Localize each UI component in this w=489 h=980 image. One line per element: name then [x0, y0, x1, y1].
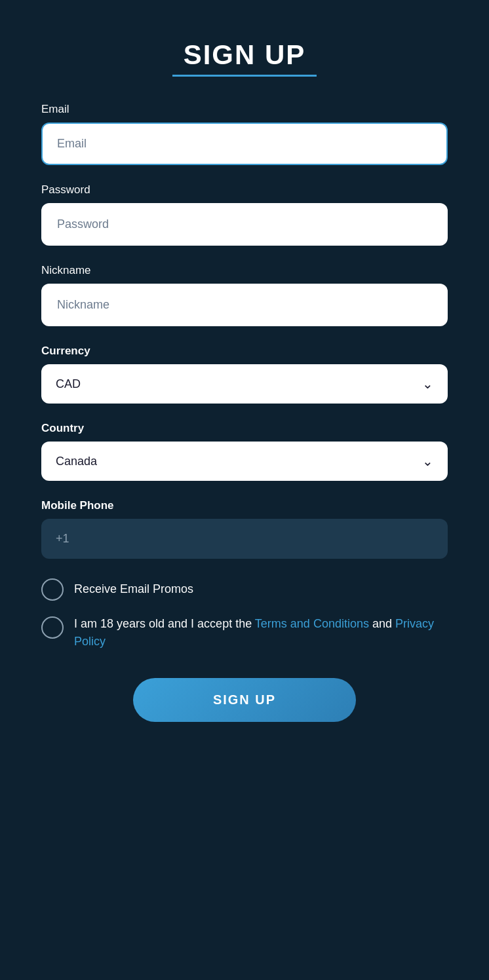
phone-label: Mobile Phone — [41, 499, 448, 512]
phone-input[interactable] — [41, 519, 448, 559]
country-select[interactable]: Canada United States United Kingdom Aust… — [41, 442, 448, 481]
currency-select-wrapper: CAD USD EUR GBP AUD ⌄ — [41, 364, 448, 404]
password-input[interactable] — [41, 203, 448, 246]
terms-prefix: I am 18 years old and I accept the — [74, 617, 255, 630]
country-label: Country — [41, 422, 448, 435]
currency-field-group: Currency CAD USD EUR GBP AUD ⌄ — [41, 345, 448, 404]
phone-field-group: Mobile Phone — [41, 499, 448, 559]
email-field-group: Email — [41, 103, 448, 165]
password-label: Password — [41, 183, 448, 197]
currency-label: Currency — [41, 345, 448, 358]
password-field-group: Password — [41, 183, 448, 246]
country-field-group: Country Canada United States United King… — [41, 422, 448, 481]
email-promos-label: Receive Email Promos — [74, 580, 193, 598]
terms-row: I am 18 years old and I accept the Terms… — [41, 615, 448, 650]
country-select-wrapper: Canada United States United Kingdom Aust… — [41, 442, 448, 481]
signup-button[interactable]: SIGN UP — [133, 678, 356, 722]
email-input[interactable] — [41, 122, 448, 165]
email-label: Email — [41, 103, 448, 116]
terms-radio[interactable] — [41, 616, 64, 639]
terms-link[interactable]: Terms and Conditions — [255, 617, 369, 630]
currency-select[interactable]: CAD USD EUR GBP AUD — [41, 364, 448, 404]
page-title: SIGN UP — [184, 39, 306, 71]
signup-form: Email Password Nickname Currency CAD USD… — [41, 103, 448, 722]
nickname-label: Nickname — [41, 264, 448, 277]
terms-conjunction: and — [369, 617, 395, 630]
nickname-field-group: Nickname — [41, 264, 448, 326]
terms-label: I am 18 years old and I accept the Terms… — [74, 615, 448, 650]
email-promos-radio[interactable] — [41, 578, 64, 601]
title-underline — [172, 75, 317, 77]
nickname-input[interactable] — [41, 284, 448, 326]
email-promos-row: Receive Email Promos — [41, 577, 448, 601]
